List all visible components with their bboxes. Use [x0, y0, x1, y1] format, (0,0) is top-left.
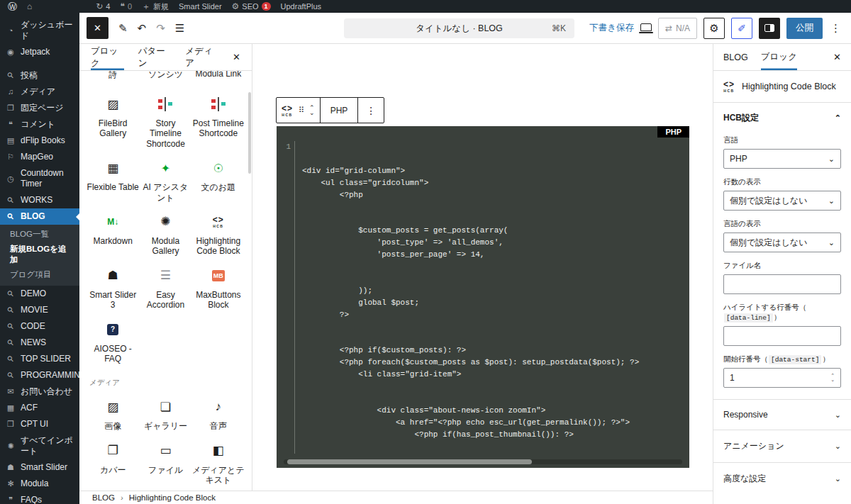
highlight-lines-input[interactable]: [723, 326, 841, 346]
submenu-item-blog-terms[interactable]: ブログ項目: [0, 267, 79, 282]
block-flexible-table[interactable]: ▦Flexible Table: [87, 160, 139, 203]
sidebar-item-faqs[interactable]: ❞FAQs: [0, 492, 79, 504]
tab-patterns[interactable]: パターン: [138, 44, 172, 70]
number-stepper[interactable]: ⌃⌄: [830, 374, 835, 382]
sidebar-item-jetpack[interactable]: ◉Jetpack: [0, 44, 79, 60]
settings-close-button[interactable]: ✕: [833, 44, 841, 70]
animation-section[interactable]: アニメーション⌄: [713, 430, 851, 462]
block-easy-accordion[interactable]: ☰Easy Accordion: [139, 268, 191, 310]
sidebar-item-countdown-timer[interactable]: ◷Countdown Timer: [0, 165, 79, 192]
inserter-close-button[interactable]: ✕: [233, 44, 240, 70]
sidebar-item-movie[interactable]: ⚲MOVIE: [0, 302, 79, 318]
block-image[interactable]: ▨画像: [87, 399, 139, 431]
tab-document[interactable]: BLOG: [723, 44, 748, 70]
smart-slider-menu[interactable]: Smart Slider: [174, 0, 227, 13]
sidebar-item-works[interactable]: ⚲WORKS: [0, 192, 79, 208]
line-numbers-select[interactable]: 個別で設定はしない⌄: [723, 191, 841, 211]
tab-blocks[interactable]: ブロック: [91, 44, 124, 70]
settings-sidebar-toggle[interactable]: [759, 18, 780, 39]
updraftplus-menu[interactable]: UpdraftPlus: [276, 0, 326, 13]
block-highlighting-code-block[interactable]: <>HCBHighlighting Code Block: [192, 214, 245, 257]
breadcrumb-current[interactable]: Highlighting Code Block: [129, 493, 216, 502]
sidebar-item-demo[interactable]: ⚲DEMO: [0, 286, 79, 302]
new-content-button[interactable]: ＋新規: [137, 0, 174, 13]
filename-input[interactable]: [723, 274, 841, 294]
block-aioseo-faq[interactable]: ?AIOSEO - FAQ: [87, 322, 139, 364]
horizontal-scrollbar-thumb[interactable]: [287, 459, 532, 464]
seo-settings-button[interactable]: ⚙: [703, 18, 725, 39]
submenu-item-blog-list[interactable]: BLOG一覧: [0, 227, 79, 242]
language-select[interactable]: PHP⌄: [723, 149, 841, 169]
code-text[interactable]: <div id="grid-column"> <ul class="gridco…: [302, 141, 686, 454]
sidebar-item-modula[interactable]: ✻Modula: [0, 476, 79, 492]
comments-button[interactable]: ❝0: [115, 0, 137, 13]
block-story-timeline-shortcode[interactable]: Story Timeline Shortcode: [139, 96, 191, 149]
publish-button[interactable]: 公開: [786, 18, 823, 39]
sidebar-item-programming[interactable]: ⚲PROGRAMMING: [0, 367, 79, 383]
block-maxbuttons[interactable]: MBMaxButtons Block: [192, 268, 245, 310]
block-gallery[interactable]: ❏ギャラリー: [139, 399, 191, 431]
submenu-item-add-new-blog[interactable]: 新規BLOGを追加: [0, 242, 79, 267]
step-down-icon[interactable]: ⌄: [830, 378, 835, 382]
block-filebird-gallery[interactable]: ▨FileBird Gallery: [87, 96, 139, 149]
sidebar-item-dashboard[interactable]: ◔ダッシュボード: [0, 17, 79, 44]
jetpack-social-button[interactable]: ⇄N/A: [658, 18, 697, 39]
highlighting-code-block[interactable]: PHP 1 <div id="grid-column"> <ul class="…: [277, 126, 689, 468]
block-mover[interactable]: ⌃⌄: [309, 106, 315, 116]
block-options-button[interactable]: ⋮: [358, 98, 384, 123]
redo-button[interactable]: ↷: [156, 22, 165, 35]
move-down-icon[interactable]: ⌄: [309, 111, 315, 116]
block-audio[interactable]: ♪音声: [192, 399, 245, 431]
sidebar-item-posts[interactable]: ⚲投稿: [0, 67, 79, 84]
block-cover[interactable]: ❐カバー: [87, 443, 139, 486]
advanced-section[interactable]: 高度な設定⌄: [713, 462, 851, 495]
sidebar-item-mapgeo[interactable]: ⚐MapGeo: [0, 149, 79, 165]
sidebar-item-all-import[interactable]: ✺すべてインポート: [0, 432, 79, 459]
visit-site-button[interactable]: ⌂: [22, 0, 37, 13]
save-draft-button[interactable]: 下書き保存: [589, 22, 634, 34]
show-language-select[interactable]: 個別で設定はしない⌄: [723, 233, 841, 252]
ai-assistant-button[interactable]: ✐: [731, 18, 752, 39]
sidebar-item-smart-slider[interactable]: ☗Smart Slider: [0, 459, 79, 476]
inserter-scrollbar[interactable]: [248, 92, 251, 174]
hcb-block-icon[interactable]: <>HCB: [282, 104, 293, 117]
sidebar-item-acf[interactable]: ▦ACF: [0, 400, 79, 416]
block-writing-prompt[interactable]: ☉文のお題: [192, 160, 245, 203]
block-post-timeline-shortcode[interactable]: Post Timeline Shortcode: [192, 96, 245, 149]
block-ai-assistant[interactable]: ✦AI アシスタント: [139, 160, 191, 203]
sidebar-item-contact[interactable]: ✉お問い合わせ: [0, 383, 79, 400]
list-view-button[interactable]: ☰: [175, 22, 184, 35]
code-editor-area[interactable]: 1 <div id="grid-column"> <ul class="grid…: [282, 141, 686, 454]
undo-button[interactable]: ↶: [138, 22, 147, 35]
block-markdown[interactable]: M↓Markdown: [87, 214, 139, 257]
sidebar-item-comments[interactable]: ❝コメント: [0, 116, 79, 133]
tab-block[interactable]: ブロック: [761, 44, 797, 70]
block-modula-gallery[interactable]: ✺Modula Gallery: [139, 214, 191, 257]
seo-menu[interactable]: ⚙SEO1: [227, 0, 276, 13]
updates-button[interactable]: ↻4: [91, 0, 115, 13]
edit-mode-button[interactable]: ✎: [118, 22, 128, 35]
drag-handle-icon[interactable]: ⠿: [299, 106, 304, 115]
sidebar-item-blog[interactable]: ⚲BLOG: [0, 208, 79, 225]
sidebar-item-pages[interactable]: ❐固定ページ: [0, 100, 79, 116]
close-inserter-button[interactable]: ✕: [87, 17, 109, 39]
block-file[interactable]: ▭ファイル: [139, 443, 191, 486]
hcb-settings-header[interactable]: HCB設定 ⌃: [713, 103, 851, 127]
language-toolbar-button[interactable]: PHP: [321, 98, 359, 123]
sidebar-item-news[interactable]: ⚲NEWS: [0, 335, 79, 351]
sidebar-item-code[interactable]: ⚲CODE: [0, 318, 79, 335]
block-smart-slider-3[interactable]: ☗Smart Slider 3: [87, 268, 139, 310]
responsive-section[interactable]: Responsive⌄: [713, 399, 851, 430]
wp-logo-menu[interactable]: Ⓦ: [3, 0, 22, 13]
sidebar-item-dflip-books[interactable]: ▤dFlip Books: [0, 133, 79, 149]
breadcrumb-root[interactable]: BLOG: [92, 493, 115, 502]
options-menu-button[interactable]: ⋮: [829, 22, 842, 35]
document-title-bar[interactable]: タイトルなし · BLOG ⌘K: [344, 18, 574, 38]
tab-media[interactable]: メディア: [185, 44, 218, 70]
sidebar-item-media[interactable]: ♫メディア: [0, 84, 79, 100]
preview-icon[interactable]: [640, 23, 652, 31]
start-line-number-input[interactable]: 1⌃⌄: [723, 368, 841, 388]
sidebar-item-cpt-ui[interactable]: ❒CPT UI: [0, 416, 79, 432]
sidebar-item-top-slider[interactable]: ⚲TOP SLIDER: [0, 351, 79, 367]
block-media-text[interactable]: ◧メディアとテキスト: [192, 443, 245, 486]
